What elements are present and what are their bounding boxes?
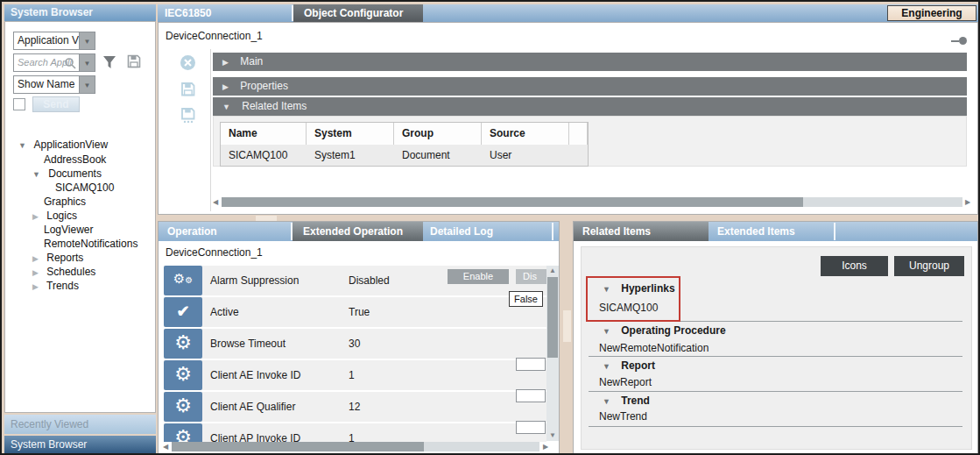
triangle-expanded-icon[interactable]: ▼ (603, 397, 610, 406)
save-as-icon[interactable] (180, 107, 195, 123)
view-dropdown-value[interactable]: Application Vie (13, 32, 80, 50)
recently-viewed-bar[interactable]: Recently Viewed (4, 415, 156, 434)
section-properties[interactable]: ▶ Properties (213, 77, 967, 96)
send-button[interactable]: Send (32, 96, 80, 112)
tab-operation[interactable]: Operation (167, 222, 217, 241)
application-window: System Browser Application Vie ▼ Search … (0, 0, 980, 455)
list-item-newreport[interactable]: NewReport (599, 376, 652, 388)
section-main[interactable]: ▶ Main (213, 53, 967, 71)
tab-extended-operation[interactable]: Extended Operation (293, 222, 423, 241)
column-header-name[interactable]: Name (221, 123, 307, 145)
scrollbar-thumb[interactable] (547, 277, 558, 358)
tree-item-graphics[interactable]: Graphics (44, 196, 86, 208)
save-filter-icon[interactable] (126, 53, 142, 69)
triangle-collapsed-icon[interactable]: ▶ (32, 268, 39, 277)
related-items-card: Icons Ungroup ▼ Hyperlinks SICAMQ100 ▼ O… (581, 246, 972, 450)
disable-button[interactable]: Dis (516, 269, 546, 284)
group-divider (589, 391, 962, 392)
enable-button[interactable]: Enable (448, 269, 509, 284)
tree-item-remotenotifications[interactable]: RemoteNotifications (44, 238, 137, 250)
sidebar-title-bar: System Browser (4, 4, 156, 21)
scroll-right-icon[interactable]: ▶ (543, 442, 548, 452)
tree-item-addressbook[interactable]: AddressBook (44, 153, 106, 166)
scroll-left-icon[interactable]: ◀ (163, 442, 168, 452)
false-button[interactable]: False (509, 291, 543, 307)
filter-icon[interactable] (102, 54, 117, 70)
send-checkbox[interactable] (13, 98, 25, 110)
tree-item-documents[interactable]: ▼ Documents (32, 167, 102, 180)
search-icon (64, 57, 76, 69)
tab-detailed-log[interactable]: Detailed Log (430, 222, 493, 241)
tab-separator (834, 223, 835, 240)
value-input[interactable] (516, 389, 546, 402)
triangle-expanded-icon[interactable]: ▼ (603, 327, 610, 336)
tree-item-sicamq100[interactable]: SICAMQ100 (55, 181, 114, 194)
section-related-items[interactable]: ▼ Related Items (213, 97, 967, 116)
chevron-down-icon[interactable]: ▼ (80, 53, 95, 72)
tab-iec61850[interactable]: IEC61850 (165, 4, 211, 22)
pin-icon[interactable] (951, 37, 967, 45)
gear-icon: ⚙ (164, 392, 202, 422)
triangle-collapsed-icon[interactable]: ▶ (32, 254, 39, 263)
scroll-left-icon[interactable]: ◀ (213, 197, 218, 208)
operation-vscrollbar[interactable]: ▲ ▼ (546, 266, 559, 441)
value-input[interactable] (516, 421, 546, 434)
row-client-ap-invoke-id[interactable]: ⚙ Client AP Invoke ID 1 (164, 423, 546, 442)
chevron-down-icon[interactable]: ▼ (80, 75, 95, 94)
group-operating-procedure[interactable]: ▼ Operating Procedure (589, 324, 726, 337)
row-active[interactable]: ✔ Active True (164, 297, 546, 327)
toolbar-divider (210, 49, 211, 211)
tab-extended-items[interactable]: Extended Items (717, 222, 795, 241)
list-item-newremotenotification[interactable]: NewRemoteNotification (599, 342, 709, 354)
chevron-down-icon[interactable]: ▼ (80, 32, 95, 50)
search-input[interactable]: Search Appli (13, 53, 80, 72)
tree-item-trends[interactable]: ▶ Trends (32, 280, 79, 292)
tree-item-applicationview[interactable]: ▼ ApplicationView (18, 139, 108, 151)
column-header-system[interactable]: System (307, 123, 394, 145)
tree-item-schedules[interactable]: ▶ Schedules (32, 266, 95, 278)
scroll-right-icon[interactable]: ▶ (965, 197, 970, 208)
tree-item-reports[interactable]: ▶ Reports (32, 252, 83, 264)
column-header-group[interactable]: Group (394, 123, 482, 145)
ungroup-button[interactable]: Ungroup (894, 256, 964, 276)
tab-object-configurator[interactable]: Object Configurator (293, 4, 423, 22)
view-dropdown[interactable]: Application Vie ▼ (13, 32, 95, 50)
triangle-collapsed-icon[interactable]: ▶ (32, 212, 39, 221)
column-header-source[interactable]: Source (482, 123, 569, 145)
scrollbar-thumb[interactable] (222, 197, 803, 207)
group-trend[interactable]: ▼ Trend (589, 395, 650, 407)
row-client-ae-qualifier[interactable]: ⚙ Client AE Qualifier 12 (164, 392, 546, 422)
operation-hscrollbar[interactable]: ◀ ▶ (163, 441, 559, 452)
row-client-ae-invoke-id[interactable]: ⚙ Client AE Invoke ID 1 (164, 360, 546, 390)
tree-item-logics[interactable]: ▶ Logics (32, 210, 77, 222)
value-input[interactable] (516, 358, 546, 371)
icons-button[interactable]: Icons (821, 256, 888, 276)
engineering-button[interactable]: Engineering (887, 5, 976, 21)
triangle-collapsed-icon[interactable]: ▶ (32, 282, 39, 291)
triangle-expanded-icon[interactable]: ▼ (603, 362, 610, 371)
save-icon[interactable] (180, 81, 195, 96)
triangle-expanded-icon[interactable]: ▼ (18, 141, 26, 150)
show-name-dropdown[interactable]: Show Name ▼ (13, 75, 95, 94)
table-row[interactable]: SICAMQ100 System1 Document User (221, 145, 588, 166)
row-alarm-suppression[interactable]: ⚙⚙ Alarm Suppression Disabled Enable Dis (164, 266, 546, 295)
list-item-newtrend[interactable]: NewTrend (599, 410, 647, 423)
row-browse-timeout[interactable]: ⚙ Browse Timeout 30 (164, 329, 546, 359)
triangle-expanded-icon[interactable]: ▼ (32, 170, 40, 179)
show-name-value[interactable]: Show Name (13, 75, 80, 94)
tree-item-logviewer[interactable]: LogViewer (44, 224, 93, 236)
highlight-red-box (586, 276, 680, 322)
system-browser-bar[interactable]: System Browser (4, 436, 156, 454)
editor-hscrollbar[interactable] (222, 197, 962, 207)
column-header-empty (569, 123, 588, 145)
tab-related-items[interactable]: Related Items (574, 222, 709, 241)
close-icon[interactable] (180, 54, 195, 70)
triangle-collapsed-icon: ▶ (222, 58, 229, 67)
scroll-up-icon[interactable]: ▲ (546, 266, 559, 276)
group-report[interactable]: ▼ Report (589, 359, 655, 372)
related-items-table: Name System Group Source SICAMQ100 Syste… (220, 122, 589, 167)
scroll-down-icon[interactable]: ▼ (546, 430, 559, 441)
vertical-splitter-handle[interactable] (563, 310, 571, 342)
operation-panel: Operation Extended Operation Detailed Lo… (158, 221, 560, 455)
scrollbar-thumb[interactable] (172, 442, 424, 451)
